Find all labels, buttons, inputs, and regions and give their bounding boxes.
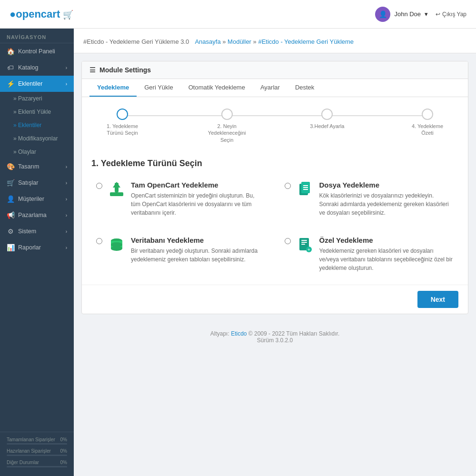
tab-ayarlar[interactable]: Ayarlar xyxy=(253,79,288,97)
sidebar-item-satislar[interactable]: 🛒 Satışlar › xyxy=(0,175,74,191)
module-card: ☰ Module Settings Yedekleme Geri Yükle O… xyxy=(81,61,468,314)
step-2-label: 2. Neyin Yedekleneceğini Seçin xyxy=(206,123,248,143)
next-button[interactable]: Next xyxy=(417,291,458,308)
option-tam-yedekleme-radio[interactable] xyxy=(96,183,102,189)
step-4: 4. Yedekleme Özeti xyxy=(406,109,449,137)
option-dosya-radio[interactable] xyxy=(285,183,291,189)
upload-icon xyxy=(108,181,125,202)
sidebar-sub-modifikasyonlar[interactable]: » Modifikasyonlar xyxy=(0,132,74,145)
main-content: #Eticdo - Yedekleme Geri Yükleme 3.0 Ana… xyxy=(74,29,476,476)
sidebar-item-sistem[interactable]: ⚙ Sistem › xyxy=(0,223,74,239)
logo: ●opencart 🛒 xyxy=(10,8,73,20)
footer-version: Sürüm 3.0.2.0 xyxy=(82,337,467,344)
system-icon: ⚙ xyxy=(7,228,14,235)
topbar: ●opencart 🛒 👤 John Doe ▾ ↩ Çıkış Yap xyxy=(0,0,476,29)
list-icon: ☰ xyxy=(89,66,96,74)
step-3-label: 3.Hedef Ayarla xyxy=(310,123,344,129)
option-dosya-desc: Kök klasörlerinizi ve dosyalarınızı yede… xyxy=(319,191,454,217)
sidebar-item-musteriler[interactable]: 👤 Müşteriler › xyxy=(0,191,74,207)
avatar: 👤 xyxy=(375,7,390,22)
option-dosya-title: Dosya Yedekleme xyxy=(319,181,454,189)
page-header: #Eticdo - Yedekleme Geri Yükleme 3.0 Ana… xyxy=(74,29,476,53)
chevron-right-icon: › xyxy=(66,180,67,186)
option-ozel-title: Özel Yedekleme xyxy=(319,236,454,244)
chevron-right-icon: › xyxy=(66,81,67,87)
step-2: 2. Neyin Yedekleneceğini Seçin xyxy=(206,109,248,143)
step-4-label: 4. Yedekleme Özeti xyxy=(406,123,449,137)
sidebar-item-tasarim[interactable]: 🎨 Tasarım › xyxy=(0,159,74,175)
sidebar-sub-eklenti-yukle[interactable]: » Eklenti Yükle xyxy=(0,105,74,119)
svg-marker-2 xyxy=(113,182,120,188)
svg-text:+: + xyxy=(307,247,310,252)
section-title: 1. Yedekleme Türünü Seçin xyxy=(91,159,458,169)
breadcrumb-current: #Eticdo - Yedekleme Geri Yükleme xyxy=(258,38,354,45)
stat-hazirlanan: Hazırlanan Siparişler 0% xyxy=(7,448,67,456)
stat-diger: Diğer Durumlar 0% xyxy=(7,460,67,467)
tab-yedekleme[interactable]: Yedekleme xyxy=(89,79,137,97)
footer-brand-link[interactable]: Eticdo xyxy=(231,330,247,337)
sidebar-nav-title: NAVİGASYON xyxy=(0,29,74,43)
sales-icon: 🛒 xyxy=(7,179,14,187)
breadcrumb-sep2: » xyxy=(253,38,258,45)
cart-icon: 🛒 xyxy=(63,10,73,20)
option-veritabani-title: Veritabanı Yedekleme xyxy=(131,236,266,244)
step-2-circle xyxy=(221,109,233,120)
sidebar-item-katalog[interactable]: 🏷 Katalog › xyxy=(0,60,74,76)
marketing-icon: 📢 xyxy=(7,211,14,219)
sidebar-item-pazarlama[interactable]: 📢 Pazarlama › xyxy=(0,207,74,223)
breadcrumb-home[interactable]: Anasayfa xyxy=(195,38,220,45)
action-bar: Next xyxy=(82,285,468,314)
content-area: 1. Yedekleme Türünü Seçin xyxy=(82,151,468,285)
database-icon xyxy=(108,236,125,257)
option-veritabani-desc: Bir veritabanı yedeği oluşturun. Sonraki… xyxy=(131,247,266,264)
option-tam-title: Tam OpenCart Yedekleme xyxy=(131,181,266,189)
option-dosya-yedekleme[interactable]: Dosya Yedekleme Kök klasörlerinizi ve do… xyxy=(280,176,459,222)
option-veritabani-yedekleme[interactable]: Veritabanı Yedekleme Bir veritabanı yede… xyxy=(91,231,270,277)
tab-otomatik-yedekleme[interactable]: Otomatik Yedekleme xyxy=(181,79,253,97)
option-ozel-yedekleme[interactable]: + Özel Yedekleme Yedeklemeniz gereken kl… xyxy=(280,231,459,277)
sidebar: NAVİGASYON 🏠 Kontrol Paneli 🏷 Katalog › … xyxy=(0,29,74,476)
sidebar-stats: Tamamlanan Siparişler 0% Hazırlanan Sipa… xyxy=(0,432,74,476)
chevron-right-icon: › xyxy=(66,164,67,169)
option-tam-desc: OpenCart sisteminizin bir yedeğini oluşt… xyxy=(131,191,266,217)
option-veritabani-radio[interactable] xyxy=(96,238,102,244)
file-copy-icon xyxy=(297,181,314,202)
step-1-label: 1. Yedekleme Türünü Seçin xyxy=(101,123,144,137)
custom-doc-icon: + xyxy=(297,236,314,257)
step-4-circle xyxy=(422,109,433,120)
option-tam-yedekleme[interactable]: Tam OpenCart Yedekleme OpenCart sistemin… xyxy=(91,176,270,222)
breadcrumb-modules[interactable]: Modüller xyxy=(228,38,251,45)
top-right: 👤 John Doe ▾ ↩ Çıkış Yap xyxy=(375,7,466,22)
sidebar-item-eklentiler[interactable]: ⚡ Eklentiler › xyxy=(0,76,74,92)
page-title: #Eticdo - Yedekleme Geri Yükleme 3.0 Ana… xyxy=(83,35,466,46)
stat-tamamlanan: Tamamlanan Siparişler 0% xyxy=(7,437,67,445)
sidebar-sub-eklentiler[interactable]: » Eklentiler xyxy=(0,119,74,132)
tab-destek[interactable]: Destek xyxy=(288,79,322,97)
user-menu[interactable]: 👤 John Doe ▾ xyxy=(375,7,428,22)
option-ozel-desc: Yedeklemeniz gereken klasörleri ve dosya… xyxy=(319,247,454,272)
footer: Altyapı: Eticdo © 2009 - 2022 Tüm Haklar… xyxy=(74,322,476,352)
logout-button[interactable]: ↩ Çıkış Yap xyxy=(436,11,466,18)
chevron-right-icon: › xyxy=(66,229,67,234)
option-ozel-radio[interactable] xyxy=(285,238,291,244)
chevron-right-icon: › xyxy=(66,245,67,250)
svg-rect-13 xyxy=(301,240,307,241)
chevron-right-icon: › xyxy=(66,197,67,202)
logo-text: ●opencart 🛒 xyxy=(10,8,73,20)
svg-rect-0 xyxy=(110,192,123,196)
svg-point-11 xyxy=(111,242,122,247)
home-icon: 🏠 xyxy=(7,48,14,55)
sidebar-sub-pazaryeri[interactable]: » Pazaryeri xyxy=(0,92,74,105)
user-name: John Doe xyxy=(394,10,421,18)
sidebar-item-kontrol-paneli[interactable]: 🏠 Kontrol Paneli xyxy=(0,43,74,60)
sidebar-sub-olaylar[interactable]: » Olaylar xyxy=(0,145,74,159)
design-icon: 🎨 xyxy=(7,163,14,170)
chevron-down-icon: ▾ xyxy=(425,10,428,18)
step-1: 1. Yedekleme Türünü Seçin xyxy=(101,109,144,137)
customers-icon: 👤 xyxy=(7,195,14,203)
step-1-circle xyxy=(117,109,128,120)
backup-options: Tam OpenCart Yedekleme OpenCart sistemin… xyxy=(91,176,458,277)
stepper: 1. Yedekleme Türünü Seçin 2. Neyin Yedek… xyxy=(82,97,468,151)
sidebar-item-raporlar[interactable]: 📊 Raporlar › xyxy=(0,239,74,256)
tab-geri-yukle[interactable]: Geri Yükle xyxy=(137,79,180,97)
